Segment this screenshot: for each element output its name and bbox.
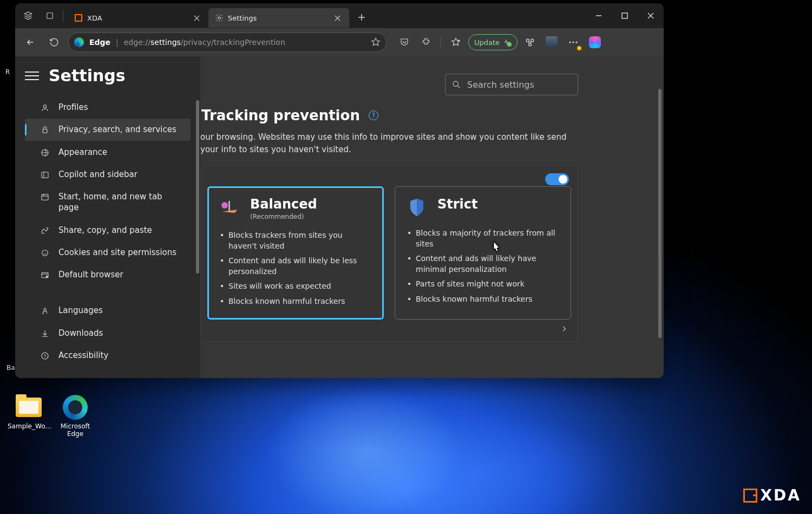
tab-label: Settings <box>228 14 257 22</box>
card-bullet: Blocks known harmful trackers <box>219 294 372 309</box>
svg-rect-13 <box>42 194 48 200</box>
xda-favicon <box>74 14 83 22</box>
refresh-button[interactable] <box>44 32 64 52</box>
desktop-icon-edge[interactable]: Microsoft Edge <box>54 394 96 438</box>
card-title: Balanced <box>250 197 317 212</box>
browser-window: XDA Settings Edge | edge://settings/priv… <box>15 3 664 378</box>
sidebar-item-icon <box>40 270 50 280</box>
tracking-card-strict[interactable]: StrictBlocks a majority of trackers from… <box>395 186 571 320</box>
tab-close-button[interactable] <box>332 12 343 23</box>
sidebar-item-languages[interactable]: Languages <box>25 300 191 321</box>
desktop-icon-label: Microsoft Edge <box>54 422 96 438</box>
scrollbar[interactable] <box>196 100 199 274</box>
tracking-toggle[interactable] <box>545 173 569 185</box>
desktop-icon-label: Sample_Wo... <box>8 422 50 430</box>
svg-point-9 <box>43 105 46 108</box>
sidebar-item-copilot-and-sidebar[interactable]: Copilot and sidebar <box>25 164 191 185</box>
workspaces-button[interactable] <box>19 7 37 24</box>
tab-xda[interactable]: XDA <box>68 8 208 28</box>
svg-point-5 <box>529 43 532 46</box>
heart-pulse-icon <box>503 38 512 47</box>
card-bullet: Parts of sites might not work <box>406 277 560 292</box>
search-placeholder: Search settings <box>467 80 534 90</box>
sidebar-item-icon <box>40 248 50 258</box>
sidebar-item-label: Share, copy, and paste <box>58 225 152 236</box>
update-button[interactable]: Update <box>468 34 518 50</box>
sidebar-item-label: Cookies and site permissions <box>58 247 176 258</box>
sidebar-item-icon <box>40 170 50 180</box>
copilot-button[interactable] <box>586 33 604 51</box>
titlebar: XDA Settings <box>15 3 664 28</box>
svg-rect-2 <box>622 13 627 18</box>
copilot-icon <box>589 36 601 48</box>
page-description: our browsing. Websites may use this info… <box>200 131 649 165</box>
sidebar-item-label: Accessibility <box>58 350 108 361</box>
back-button[interactable] <box>21 32 40 52</box>
sidebar-item-icon <box>40 125 50 135</box>
sidebar-item-icon <box>40 306 50 316</box>
sidebar-item-appearance[interactable]: Appearance <box>25 141 191 163</box>
sidebar-item-downloads[interactable]: Downloads <box>25 322 191 344</box>
edge-icon <box>63 395 88 420</box>
sidebar-item-cookies-and-site-permissions[interactable]: Cookies and site permissions <box>25 242 191 263</box>
partial-label: R <box>5 68 10 76</box>
sidebar-item-privacy-search-and-services[interactable]: Privacy, search, and services <box>25 119 191 140</box>
card-bullet: Blocks known harmful trackers <box>406 292 560 307</box>
scrollbar[interactable] <box>658 89 662 338</box>
svg-point-1 <box>218 17 220 19</box>
svg-point-19 <box>221 202 228 209</box>
profile-avatar[interactable] <box>542 33 561 51</box>
maximize-button[interactable] <box>612 3 638 28</box>
tab-settings[interactable]: Settings <box>208 8 349 28</box>
sidebar-item-label: Languages <box>58 305 103 316</box>
sidebar-item-share-copy-and-paste[interactable]: Share, copy, and paste <box>25 219 191 241</box>
tab-close-button[interactable] <box>191 12 202 23</box>
desktop-icon-folder[interactable]: Sample_Wo... <box>8 394 50 430</box>
favorites-icon[interactable] <box>447 33 465 51</box>
card-bullet: Content and ads will likely be less pers… <box>219 253 372 279</box>
sidebar-item-icon <box>40 103 50 113</box>
hamburger-menu-icon[interactable] <box>25 69 39 83</box>
help-icon[interactable]: ? <box>369 110 378 120</box>
edge-icon <box>74 37 84 47</box>
card-icon <box>406 197 428 218</box>
more-menu-button[interactable] <box>564 33 582 51</box>
window-close-button[interactable] <box>638 3 664 28</box>
toolbar: Edge | edge://settings/privacy/trackingP… <box>15 28 664 56</box>
tracking-card-balanced[interactable]: Balanced(Recommended)Blocks trackers fro… <box>207 186 384 320</box>
sidebar-item-accessibility[interactable]: Accessibility <box>25 344 191 366</box>
pocket-icon[interactable] <box>395 33 414 51</box>
sidebar-item-icon <box>40 329 50 339</box>
tab-actions-button[interactable] <box>41 7 58 24</box>
svg-point-7 <box>572 41 574 43</box>
sidebar-item-icon <box>40 226 50 236</box>
next-option-button[interactable] <box>207 320 571 333</box>
svg-rect-20 <box>228 201 230 212</box>
extensions-icon[interactable] <box>417 33 435 51</box>
site-identity: Edge <box>89 38 110 47</box>
svg-point-8 <box>575 41 577 43</box>
sidebar-item-label: Privacy, search, and services <box>58 124 176 135</box>
search-icon <box>452 80 461 89</box>
separator <box>441 36 441 48</box>
favorite-star-icon[interactable] <box>371 37 381 47</box>
collections-icon[interactable] <box>521 33 539 51</box>
sidebar-item-profiles[interactable]: Profiles <box>25 96 191 118</box>
sidebar-item-label: Downloads <box>58 328 103 339</box>
xda-watermark: XDA <box>743 486 802 504</box>
new-tab-button[interactable] <box>352 8 371 27</box>
card-bullet: Sites will work as expected <box>219 279 372 294</box>
card-bullet: Blocks trackers from sites you haven't v… <box>219 228 372 253</box>
update-label: Update <box>474 38 500 47</box>
sidebar-item-default-browser[interactable]: Default browser <box>25 264 191 285</box>
svg-point-16 <box>46 276 48 277</box>
sidebar-item-start-home-and-new-tab-page[interactable]: Start, home, and new tab page <box>25 186 191 219</box>
minimize-button[interactable] <box>586 3 612 28</box>
sidebar-item-icon <box>40 192 50 202</box>
settings-title: Settings <box>49 66 126 85</box>
watermark-text: XDA <box>761 486 802 504</box>
address-bar[interactable]: Edge | edge://settings/privacy/trackingP… <box>68 32 387 52</box>
search-settings-input[interactable]: Search settings <box>445 74 578 95</box>
card-title: Strict <box>437 197 478 212</box>
settings-favicon <box>215 14 224 22</box>
